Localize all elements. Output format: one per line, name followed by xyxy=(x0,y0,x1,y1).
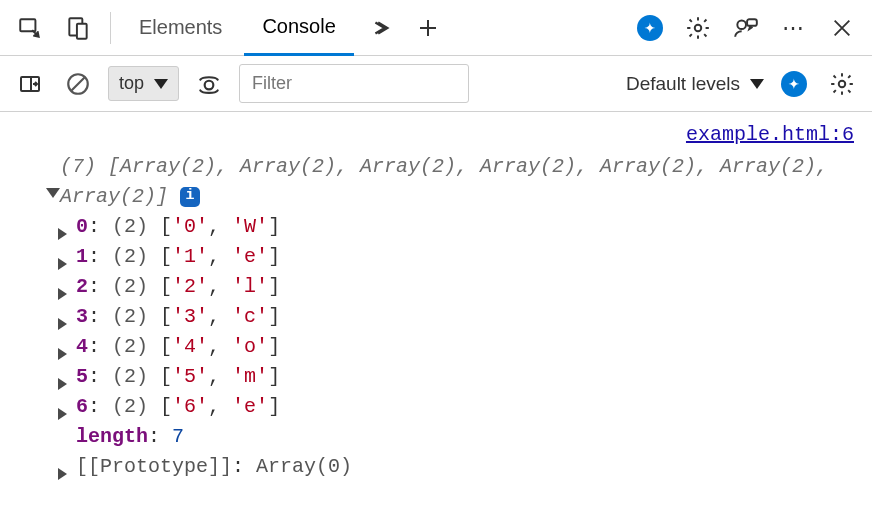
svg-point-9 xyxy=(839,80,846,87)
log-levels-selector[interactable]: Default levels xyxy=(626,73,764,95)
expand-toggle-icon[interactable] xyxy=(46,178,60,208)
entry-index: 5 xyxy=(76,365,88,388)
entry-length: (2) xyxy=(112,305,148,328)
devtools-toolbar: Elements Console ✦ ⋯ xyxy=(0,0,872,56)
entry-index: 4 xyxy=(76,335,88,358)
divider xyxy=(110,12,111,44)
length-value: 7 xyxy=(172,425,184,448)
entry-value-b: 'o' xyxy=(232,335,268,358)
entry-value-a: '3' xyxy=(172,305,208,328)
entry-value-b: 'l' xyxy=(232,275,268,298)
copilot-chat-icon[interactable]: ✦ xyxy=(776,66,812,102)
gear-icon[interactable] xyxy=(676,6,720,50)
entry-value-a: '6' xyxy=(172,395,208,418)
more-tabs-icon[interactable] xyxy=(358,6,402,50)
entry-length: (2) xyxy=(112,335,148,358)
entry-value-b: 'c' xyxy=(232,305,268,328)
array-entry-row[interactable]: 2: (2) ['2', 'l'] xyxy=(18,272,854,302)
summary-text: (7) [Array(2), Array(2), Array(2), Array… xyxy=(60,155,828,208)
filter-input[interactable] xyxy=(239,64,469,103)
levels-label: Default levels xyxy=(626,73,740,95)
source-link[interactable]: example.html:6 xyxy=(18,116,854,152)
entry-index: 3 xyxy=(76,305,88,328)
tab-elements[interactable]: Elements xyxy=(121,0,240,56)
entry-length: (2) xyxy=(112,275,148,298)
sidebar-toggle-icon[interactable] xyxy=(12,66,48,102)
svg-point-3 xyxy=(695,24,702,31)
entry-value-b: 'e' xyxy=(232,245,268,268)
svg-rect-5 xyxy=(747,19,757,25)
array-entry-row[interactable]: 6: (2) ['6', 'e'] xyxy=(18,392,854,422)
inspect-icon[interactable] xyxy=(8,6,52,50)
length-key: length xyxy=(76,425,148,448)
close-icon[interactable] xyxy=(820,6,864,50)
entry-value-a: '1' xyxy=(172,245,208,268)
prototype-row[interactable]: [[Prototype]]: Array(0) xyxy=(18,452,854,482)
array-entry-row[interactable]: 5: (2) ['5', 'm'] xyxy=(18,362,854,392)
live-expression-icon[interactable] xyxy=(191,66,227,102)
context-selector[interactable]: top xyxy=(108,66,179,101)
svg-point-4 xyxy=(737,20,746,29)
entry-length: (2) xyxy=(112,245,148,268)
entry-length: (2) xyxy=(112,215,148,238)
svg-rect-0 xyxy=(20,19,35,31)
prototype-key: [[Prototype]] xyxy=(76,455,232,478)
entry-index: 1 xyxy=(76,245,88,268)
more-menu-icon[interactable]: ⋯ xyxy=(772,6,816,50)
array-entry-row[interactable]: 1: (2) ['1', 'e'] xyxy=(18,242,854,272)
console-settings-gear-icon[interactable] xyxy=(824,66,860,102)
chevron-down-icon xyxy=(154,79,168,89)
array-entry-row[interactable]: 4: (2) ['4', 'o'] xyxy=(18,332,854,362)
console-output: example.html:6 (7) [Array(2), Array(2), … xyxy=(0,112,872,490)
copilot-chat-icon[interactable]: ✦ xyxy=(628,6,672,50)
entry-index: 0 xyxy=(76,215,88,238)
entry-value-a: '0' xyxy=(172,215,208,238)
new-tab-icon[interactable] xyxy=(406,6,450,50)
array-entry-row[interactable]: 0: (2) ['0', 'W'] xyxy=(18,212,854,242)
entry-value-b: 'm' xyxy=(232,365,268,388)
entry-index: 2 xyxy=(76,275,88,298)
entry-index: 6 xyxy=(76,395,88,418)
chevron-down-icon xyxy=(750,79,764,89)
svg-rect-2 xyxy=(77,23,87,38)
entry-length: (2) xyxy=(112,395,148,418)
expand-icon[interactable] xyxy=(58,460,67,490)
entry-value-a: '2' xyxy=(172,275,208,298)
prototype-value: Array(0) xyxy=(256,455,352,478)
entry-value-a: '5' xyxy=(172,365,208,388)
info-badge-icon[interactable]: i xyxy=(180,187,200,207)
entry-value-b: 'W' xyxy=(232,215,268,238)
entry-value-a: '4' xyxy=(172,335,208,358)
array-summary[interactable]: (7) [Array(2), Array(2), Array(2), Array… xyxy=(18,152,854,212)
entry-length: (2) xyxy=(112,365,148,388)
entry-value-b: 'e' xyxy=(232,395,268,418)
array-entry-row[interactable]: 3: (2) ['3', 'c'] xyxy=(18,302,854,332)
clear-console-icon[interactable] xyxy=(60,66,96,102)
svg-point-8 xyxy=(205,80,214,89)
device-toggle-icon[interactable] xyxy=(56,6,100,50)
console-filterbar: top Default levels ✦ xyxy=(0,56,872,112)
tab-console[interactable]: Console xyxy=(244,0,353,56)
array-length-row: length: 7 xyxy=(18,422,854,452)
feedback-icon[interactable] xyxy=(724,6,768,50)
context-label: top xyxy=(119,73,144,94)
